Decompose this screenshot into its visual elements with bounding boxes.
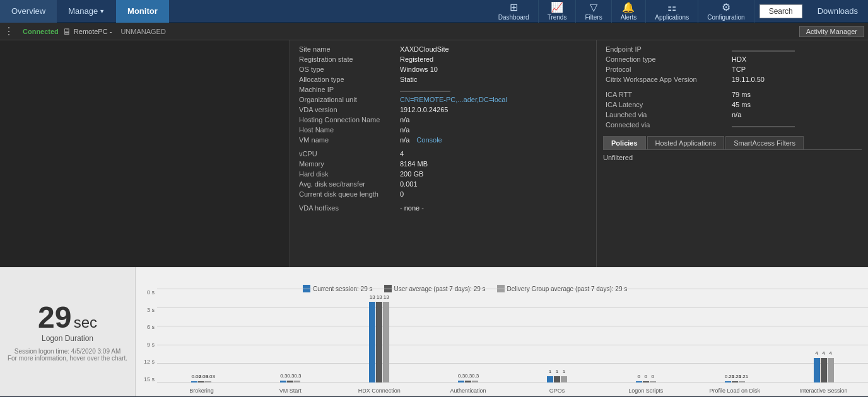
vda-hotfixes-label: VDA hotfixes — [296, 203, 397, 213]
nav-applications[interactable]: ⚏ Applications — [646, 0, 698, 23]
bar — [554, 376, 560, 383]
bar — [280, 381, 286, 383]
bar-group-authentication: 0.30.30.3 — [424, 289, 513, 383]
bar-value-label: 0.02 — [191, 374, 197, 379]
protocol-value: TCP — [729, 64, 862, 74]
bar-value-label: 13 — [383, 294, 389, 300]
vcpu-value: 4 — [397, 149, 590, 159]
bar — [191, 381, 197, 383]
bar-value-label: 0.3 — [472, 373, 478, 379]
nav-filters[interactable]: ▽ Filters — [576, 0, 611, 23]
bar-value-label: 0.3 — [287, 373, 293, 379]
allocation-type-value: Static — [397, 74, 590, 84]
host-name-value: n/a — [397, 125, 590, 135]
bar-value-label: 0.03 — [205, 374, 211, 379]
bar — [636, 381, 642, 383]
bar — [205, 381, 211, 383]
nav-overview[interactable]: Overview — [0, 0, 57, 23]
nav-monitor[interactable]: Monitor — [116, 0, 169, 23]
table-row: Launched via n/a — [603, 110, 862, 120]
search-button[interactable]: Search — [760, 4, 802, 18]
bar-value-label: 0.21 — [725, 374, 731, 379]
avg-disk-label: Avg. disk sec/transfer — [296, 179, 397, 189]
nav-manage[interactable]: Manage ▼ — [57, 0, 116, 23]
nav-dashboard[interactable]: ⊞ Dashboard — [490, 0, 539, 23]
bar-value-label: 0.21 — [739, 374, 745, 379]
bar — [725, 381, 731, 383]
memory-value: 8184 MB — [397, 159, 590, 169]
bar-group-hdx-connection: 131313 — [335, 289, 424, 383]
bar-value-label: 4 — [828, 350, 834, 356]
vda-version-label: VDA version — [296, 105, 397, 115]
bar — [198, 381, 204, 383]
table-row: OS type Windows 10 — [296, 64, 590, 74]
connected-via-label: Connected via — [603, 120, 729, 130]
x-label: Interactive Session — [779, 388, 868, 394]
bar-value-label: 0.3 — [458, 373, 464, 379]
downloads-link[interactable]: Downloads — [807, 6, 868, 16]
bar — [821, 358, 827, 383]
table-row: Endpoint IP — [603, 44, 862, 54]
nav-configuration[interactable]: ⚙ Configuration — [698, 0, 754, 23]
logon-session-time: Session logon time: 4/5/2020 3:09 AM For… — [8, 348, 127, 362]
table-row: ICA RTT 79 ms — [603, 89, 862, 100]
bar — [732, 381, 738, 383]
disk-queue-value: 0 — [397, 189, 590, 199]
vda-hotfixes-value: - none - — [397, 203, 590, 213]
bar — [739, 381, 745, 383]
table-row: Protocol TCP — [603, 64, 862, 74]
ica-latency-label: ICA Latency — [603, 100, 729, 110]
machine-ip-value — [397, 84, 590, 95]
table-row: Citrix Workspace App Version 19.11.0.50 — [603, 74, 862, 84]
table-row: Avg. disk sec/transfer 0.001 — [296, 179, 590, 189]
machine-ip-label: Machine IP — [296, 84, 397, 95]
table-row: VDA hotfixes - none - — [296, 203, 590, 213]
chart-area: 29 sec Logon Duration Session logon time… — [0, 267, 868, 396]
table-row — [603, 84, 862, 89]
table-row: Machine IP — [296, 84, 590, 95]
bar-value-label: 1 — [547, 369, 553, 374]
bar-group-interactive-session: 444 — [779, 289, 868, 383]
bar — [650, 381, 656, 383]
hard-disk-value: 200 GB — [397, 169, 590, 179]
allocation-type-label: Allocation type — [296, 74, 397, 84]
hosting-connection-label: Hosting Connection Name — [296, 115, 397, 125]
hosting-connection-value: n/a — [397, 115, 590, 125]
bar — [383, 302, 389, 383]
bars-row: 0.30.30.3 — [458, 381, 478, 383]
nav-trends[interactable]: 📈 Trends — [539, 0, 577, 23]
connected-via-value — [729, 120, 862, 130]
table-row: Current disk queue length 0 — [296, 189, 590, 199]
org-unit-value[interactable]: CN=REMOTE-PC,...ader,DC=local — [397, 95, 590, 105]
machine-ip-field — [400, 91, 450, 92]
endpoint-ip-label: Endpoint IP — [603, 44, 729, 54]
bar-value-label: 13 — [376, 294, 382, 300]
bars-row: 131313 — [369, 302, 389, 383]
menu-dots[interactable]: ⋮ — [4, 25, 14, 37]
session-info-table: Endpoint IP Connection type HDX Protocol… — [603, 44, 862, 130]
bar-value-label: 0 — [636, 374, 642, 379]
applications-icon: ⚏ — [667, 1, 676, 13]
site-name-value: XAXDCloudSite — [397, 44, 590, 54]
table-row: Host Name n/a — [296, 125, 590, 135]
tab-hosted-applications[interactable]: Hosted Applications — [647, 136, 725, 149]
console-link[interactable]: Console — [416, 136, 442, 144]
logon-duration-label: Logon Duration — [42, 334, 93, 343]
bar-value-label: 0.21 — [732, 374, 738, 379]
bar-group-gpos: 111 — [513, 289, 602, 383]
tab-policies[interactable]: Policies — [603, 136, 646, 149]
y-axis: 15 s 12 s 9 s 6 s 3 s 0 s — [136, 289, 155, 383]
table-row: Registration state Registered — [296, 54, 590, 64]
table-row: Allocation type Static — [296, 74, 590, 84]
x-label: Profile Load on Disk — [690, 388, 779, 394]
site-name-label: Site name — [296, 44, 397, 54]
tab-smartaccess[interactable]: SmartAccess Filters — [725, 136, 804, 149]
trends-icon: 📈 — [551, 1, 563, 13]
activity-manager-button[interactable]: Activity Manager — [799, 26, 864, 37]
vm-name-value: n/a Console — [397, 135, 590, 145]
os-type-label: OS type — [296, 64, 397, 74]
nav-alerts[interactable]: 🔔 Alerts — [612, 0, 647, 23]
bar-group-logon-scripts: 000 — [601, 289, 690, 383]
registration-state-value: Registered — [397, 54, 590, 64]
bar-value-label: 0.3 — [294, 373, 300, 379]
